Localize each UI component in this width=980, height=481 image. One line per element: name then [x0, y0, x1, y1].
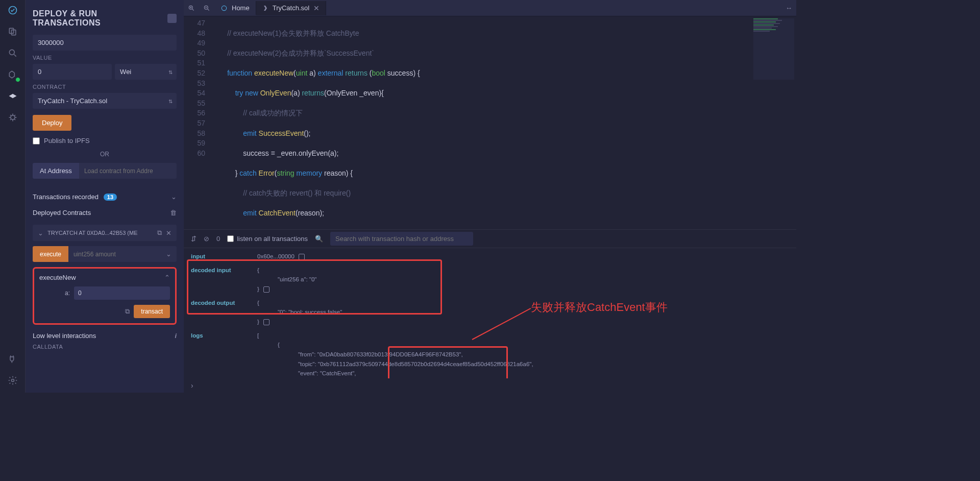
execute-button[interactable]: execute	[33, 246, 68, 262]
low-level-label: Low level interactions	[33, 332, 96, 340]
terminal-body[interactable]: input0x60e...00000 decoded input{ "uint2…	[184, 248, 796, 378]
line-gutter: 4748495051525354555657585960	[184, 16, 211, 229]
terminal-search-icon[interactable]: 🔍	[315, 235, 323, 243]
deploy-icon[interactable]	[7, 90, 19, 102]
publish-ipfs-label: Publish to IPFS	[44, 137, 90, 145]
execute-new-panel: executeNew ⌃ a: ⧉ transact	[33, 267, 177, 325]
terminal-header: ⇵ ⊘ 0 listen on all transactions 🔍	[184, 230, 796, 248]
main-area: Home TryCatch.sol ✕ ↔ 474849505152535455…	[184, 0, 796, 393]
remix-logo-icon[interactable]	[7, 4, 19, 16]
solidity-icon	[262, 5, 268, 11]
annotation-text: 失败并释放CatchEvent事件	[531, 299, 668, 316]
plugin-icon[interactable]	[7, 353, 19, 365]
deploy-button[interactable]: Deploy	[33, 115, 71, 131]
terminal-search-input[interactable]	[330, 232, 473, 246]
copy-icon[interactable]	[263, 286, 270, 293]
calldata-label: CALLDATA	[33, 344, 177, 350]
copy-params-icon[interactable]: ⧉	[125, 307, 130, 316]
tx-count-badge: 13	[104, 194, 117, 201]
value-unit-select[interactable]: Wei	[115, 64, 177, 80]
at-address-button[interactable]: At Address	[33, 163, 79, 179]
tx-recorded-label: Transactions recorded	[33, 193, 99, 201]
code-content: // executeNew(1)会失败并释放 CatchByte // exec…	[211, 16, 420, 229]
copy-icon[interactable]	[299, 254, 305, 260]
terminal-prompt[interactable]: ›	[184, 378, 796, 393]
deployed-contracts-label: Deployed Contracts	[33, 209, 91, 217]
compiler-icon[interactable]	[7, 68, 19, 81]
svg-point-3	[9, 50, 14, 55]
copy-icon[interactable]	[263, 319, 270, 325]
zoom-out-icon[interactable]	[199, 5, 214, 12]
home-icon	[220, 5, 228, 12]
value-input[interactable]	[33, 64, 112, 80]
code-editor[interactable]: 4748495051525354555657585960 // executeN…	[184, 16, 796, 229]
instance-name: TRYCATCH AT 0XDA0...42B53 (ME	[47, 230, 153, 236]
terminal: ⇵ ⊘ 0 listen on all transactions 🔍 input…	[184, 229, 796, 393]
svg-point-8	[222, 6, 226, 10]
close-instance-icon[interactable]: ✕	[166, 229, 172, 237]
gas-limit-input[interactable]	[33, 35, 177, 51]
minimap[interactable]	[753, 18, 794, 80]
file-explorer-icon[interactable]	[7, 26, 19, 38]
svg-point-5	[11, 379, 14, 382]
or-divider: OR	[33, 151, 177, 158]
docs-icon[interactable]	[167, 14, 177, 23]
terminal-clear-icon[interactable]: ⊘	[204, 235, 209, 243]
listen-checkbox[interactable]	[227, 235, 234, 242]
publish-ipfs-checkbox[interactable]	[33, 137, 40, 145]
contract-select[interactable]: TryCatch - TryCatch.sol	[33, 93, 177, 109]
info-icon[interactable]: i	[175, 332, 177, 340]
settings-icon[interactable]	[7, 374, 19, 387]
execute-new-collapse[interactable]: ⌃	[164, 274, 170, 281]
search-icon[interactable]	[7, 47, 19, 59]
transact-button[interactable]: transact	[134, 305, 170, 318]
deploy-panel: DEPLOY & RUN TRANSACTIONS VALUE Wei CONT…	[26, 0, 184, 393]
copy-address-icon[interactable]: ⧉	[157, 229, 162, 237]
clear-deployed-icon[interactable]: 🗑	[170, 209, 177, 217]
icon-sidebar	[0, 0, 26, 393]
param-a-label: a:	[39, 290, 70, 297]
execute-expand[interactable]: ⌄	[161, 246, 177, 262]
value-label: VALUE	[33, 55, 177, 61]
instance-expand[interactable]: ⌄	[38, 229, 43, 237]
param-a-input[interactable]	[74, 286, 170, 300]
toolbar: Home TryCatch.sol ✕ ↔	[184, 0, 796, 16]
execute-input[interactable]	[68, 246, 161, 262]
close-tab-icon[interactable]: ✕	[313, 4, 320, 12]
panel-title: DEPLOY & RUN TRANSACTIONS	[33, 9, 167, 28]
contract-label: CONTRACT	[33, 84, 177, 90]
home-tab[interactable]: Home	[214, 1, 256, 15]
execute-new-label: executeNew	[39, 274, 76, 281]
at-address-input[interactable]	[79, 163, 177, 179]
zoom-in-icon[interactable]	[184, 5, 199, 12]
expand-icon[interactable]: ↔	[781, 4, 796, 12]
tx-recorded-expand[interactable]: ⌄	[171, 193, 177, 201]
file-tab[interactable]: TryCatch.sol ✕	[256, 1, 326, 15]
pending-tx-count: 0	[216, 235, 220, 243]
terminal-toggle-icon[interactable]: ⇵	[191, 235, 197, 243]
debugger-icon[interactable]	[7, 111, 19, 124]
